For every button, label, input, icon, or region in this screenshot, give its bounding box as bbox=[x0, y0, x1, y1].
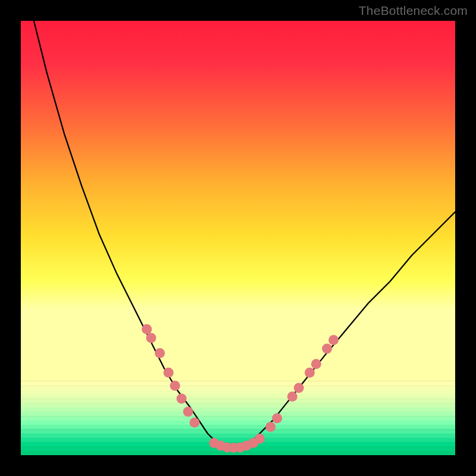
data-point bbox=[287, 392, 298, 402]
stripe bbox=[21, 434, 455, 439]
chart-svg bbox=[21, 21, 455, 455]
stripe bbox=[21, 390, 455, 395]
watermark-text: TheBottleneck.com bbox=[359, 4, 468, 18]
data-point bbox=[322, 344, 332, 354]
data-point bbox=[183, 407, 193, 417]
stripe bbox=[21, 412, 455, 416]
chart-container: TheBottleneck.com bbox=[0, 0, 476, 476]
data-point bbox=[142, 324, 152, 334]
stripe bbox=[21, 416, 455, 421]
data-point bbox=[164, 368, 174, 378]
plot-area bbox=[21, 21, 455, 455]
data-point bbox=[265, 422, 275, 432]
data-point bbox=[255, 434, 265, 444]
stripe bbox=[21, 438, 455, 443]
data-point bbox=[177, 394, 187, 404]
gradient-background bbox=[21, 21, 455, 381]
stripe bbox=[21, 429, 455, 434]
stripe bbox=[21, 386, 455, 390]
stripe bbox=[21, 394, 455, 399]
stripe bbox=[21, 403, 455, 408]
data-point bbox=[170, 381, 180, 391]
stripe bbox=[21, 399, 455, 403]
data-point bbox=[190, 418, 200, 428]
data-point bbox=[155, 348, 165, 358]
data-point bbox=[311, 359, 321, 369]
data-point bbox=[305, 368, 315, 378]
data-point bbox=[146, 333, 156, 343]
stripe bbox=[21, 421, 455, 425]
stripe bbox=[21, 381, 455, 386]
data-point bbox=[328, 335, 339, 345]
stripe bbox=[21, 425, 455, 430]
stripe bbox=[21, 408, 455, 412]
data-point bbox=[294, 383, 304, 393]
data-point bbox=[272, 414, 282, 424]
